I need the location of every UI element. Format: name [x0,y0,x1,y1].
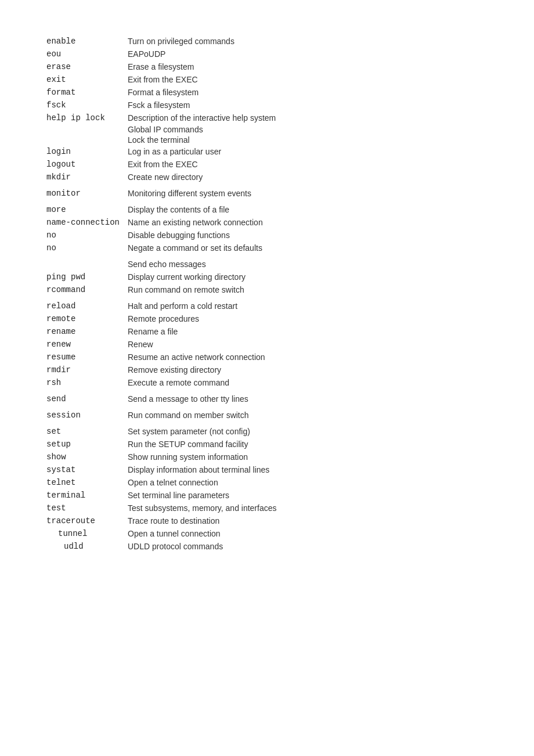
command-desc: Create new directory [128,172,488,182]
command-desc: Format a filesystem [128,88,488,97]
command-name: help ip lock [46,113,128,123]
command-name: no [46,243,128,253]
command-name: mkdir [46,172,128,182]
command-desc: Run command on remote switch [128,285,488,294]
command-name: no [46,231,128,240]
command-name: udld [46,542,128,551]
command-desc: Negate a command or set its defaults [128,243,488,253]
list-item: renew Renew [46,338,488,351]
command-desc: Log in as a particular user [128,147,488,156]
command-name: login [46,147,128,156]
list-item: no Disable debugging functions [46,229,488,242]
list-item: logout Exit from the EXEC [46,158,488,171]
command-name: systat [46,465,128,474]
list-item: more Display the contents of a file [46,203,488,216]
command-desc: Run command on member switch [128,411,488,420]
command-desc: Remove existing directory [128,365,488,375]
command-name: monitor [46,189,128,198]
command-name: logout [46,160,128,169]
command-name: test [46,503,128,513]
command-name: send [46,394,128,404]
command-desc: Rename a file [128,327,488,336]
list-item: systat Display information about termina… [46,463,488,476]
command-desc: Remote procedures [128,314,488,323]
command-name: show [46,452,128,462]
command-desc: Send a message to other tty lines [128,394,488,404]
command-name: renew [46,340,128,349]
command-desc: Trace route to destination [128,516,488,525]
command-name: tunnel [46,529,128,538]
command-name: rsh [46,378,128,387]
command-desc: Exit from the EXEC [128,160,488,169]
list-item: rmdir Remove existing directory [46,363,488,376]
command-desc: EAPoUDP [128,49,488,59]
command-desc: UDLD protocol commands [128,542,488,551]
list-item: session Run command on member switch [46,409,488,422]
command-name: telnet [46,478,128,487]
command-desc: Display current working directory [128,272,488,282]
list-item: rename Rename a file [46,325,488,338]
command-extra: Lock the terminal [128,135,488,145]
list-item: ping pwd Display current working directo… [46,271,488,283]
command-name: rcommand [46,285,128,294]
command-name: exit [46,75,128,84]
list-item: mkdir Create new directory [46,171,488,183]
command-desc: Set system parameter (not config) [128,427,488,436]
list-item: traceroute Trace route to destination [46,514,488,527]
command-desc: Send echo messages [128,260,488,269]
list-item: show Show running system information [46,451,488,463]
command-name: ping pwd [46,272,128,282]
command-desc: Exit from the EXEC [128,75,488,84]
command-desc: Disable debugging functions [128,231,488,240]
command-name: remote [46,314,128,323]
command-desc: Monitoring different system events [128,189,488,198]
command-desc: Run the SETUP command facility [128,440,488,449]
command-desc: Name an existing network connection [128,218,488,227]
command-desc: Fsck a filesystem [128,100,488,110]
list-item: Send echo messages [46,258,488,271]
list-item: eou EAPoUDP [46,48,488,60]
list-item: rcommand Run command on remote switch [46,283,488,296]
command-desc: Test subsystems, memory, and interfaces [128,503,488,513]
list-item: enable Turn on privileged commands [46,35,488,48]
command-name: erase [46,62,128,71]
list-item: fsck Fsck a filesystem [46,99,488,111]
command-desc: Execute a remote command [128,378,488,387]
command-name: more [46,205,128,214]
command-name: enable [46,37,128,46]
command-extra: Global IP commands [128,124,488,135]
list-item: exit Exit from the EXEC [46,73,488,86]
list-item: monitor Monitoring different system even… [46,187,488,200]
command-name: fsck [46,100,128,110]
command-name: terminal [46,491,128,500]
list-item: send Send a message to other tty lines [46,393,488,405]
command-list: enable Turn on privileged commands eou E… [46,35,488,553]
list-item: remote Remote procedures [46,312,488,325]
list-item: resume Resume an active network connecti… [46,351,488,363]
command-name: rename [46,327,128,336]
command-desc: Display the contents of a file [128,205,488,214]
list-item: rsh Execute a remote command [46,376,488,389]
command-desc: Erase a filesystem [128,62,488,71]
command-name: session [46,411,128,420]
command-desc: Resume an active network connection [128,352,488,362]
list-item: name-connection Name an existing network… [46,216,488,229]
command-desc: Display information about terminal lines [128,465,488,474]
list-item: login Log in as a particular user [46,145,488,158]
command-desc: Renew [128,340,488,349]
list-item: test Test subsystems, memory, and interf… [46,502,488,514]
command-name: reload [46,301,128,311]
list-item: telnet Open a telnet connection [46,476,488,489]
list-item: udld UDLD protocol commands [46,540,488,553]
command-desc: Set terminal line parameters [128,491,488,500]
command-name: name-connection [46,218,128,227]
list-item: help ip lock Description of the interact… [46,111,488,124]
command-name: resume [46,352,128,362]
command-desc: Open a telnet connection [128,478,488,487]
list-item: set Set system parameter (not config) [46,425,488,438]
list-item: no Negate a command or set its defaults [46,242,488,254]
list-item: terminal Set terminal line parameters [46,489,488,502]
list-item: format Format a filesystem [46,86,488,99]
command-name: format [46,88,128,97]
command-desc: Halt and perform a cold restart [128,301,488,311]
